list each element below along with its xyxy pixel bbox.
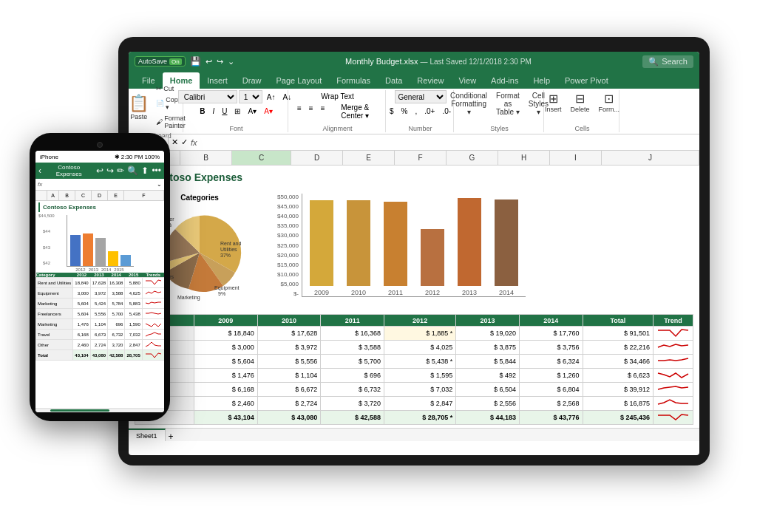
formula-input[interactable]: [200, 138, 696, 147]
phone-formula-bar: fx ⌄: [35, 179, 164, 191]
phone-table-row: Travel6,1686,6736,7327,032: [36, 330, 165, 340]
phone-redo-icon[interactable]: ↪: [106, 166, 114, 176]
align-right-button[interactable]: ≡: [318, 102, 328, 114]
underline-button[interactable]: U: [219, 105, 230, 117]
paste-button[interactable]: 📋 Paste: [129, 92, 152, 122]
phone-formula-input[interactable]: [44, 181, 155, 188]
merge-center-button[interactable]: Merge & Center ▾: [330, 102, 381, 114]
phone-cell-6-c: 3,720: [108, 340, 125, 350]
pie-label-mkt: Marketing: [177, 295, 200, 301]
phone-fx-label: fx: [38, 181, 42, 188]
currency-button[interactable]: $: [387, 105, 397, 117]
cell-0-2011: $ 16,368: [321, 327, 384, 341]
col-header-2013: 2013: [456, 315, 520, 327]
bar-chart-area: 2009 2010 2011: [302, 194, 526, 297]
sheet-tab-1[interactable]: Sheet1: [129, 429, 166, 441]
trend-sparkline-2: [656, 355, 690, 366]
tab-draw[interactable]: Draw: [235, 72, 269, 89]
formula-fx-icon[interactable]: fx: [191, 138, 197, 147]
conditional-formatting-button[interactable]: ConditionalFormatting ▾: [447, 90, 490, 117]
phone-edit-icon[interactable]: ✏: [117, 166, 124, 176]
sheet-title: Contoso Expenses: [135, 168, 693, 185]
formula-confirm-icon[interactable]: ✓: [181, 137, 188, 147]
phone-table-row: Marketing5,6045,4245,7845,883: [36, 299, 165, 309]
col-header-j: J: [602, 151, 699, 165]
cell-2-trend: [654, 355, 693, 369]
align-center-button[interactable]: ≡: [306, 102, 316, 114]
add-sheet-button[interactable]: +: [169, 432, 174, 441]
decimal-increase-button[interactable]: .0+: [421, 105, 438, 117]
tab-formulas[interactable]: Formulas: [329, 72, 378, 89]
phone-cell-4-b: 1,104: [90, 319, 107, 330]
percent-button[interactable]: %: [398, 105, 411, 117]
filename: Monthly Budget.xlsx: [345, 57, 418, 66]
tab-addins[interactable]: Add-ins: [483, 72, 526, 89]
wrap-text-button[interactable]: Wrap Text: [318, 90, 357, 102]
phone-cell-2-d: 5,883: [125, 299, 142, 309]
font-color-button[interactable]: A▾: [261, 105, 276, 117]
increase-font-button[interactable]: A↑: [264, 91, 279, 103]
phone-share-icon[interactable]: ⬆: [141, 166, 149, 176]
format-button[interactable]: ⊡Form...: [596, 90, 623, 115]
pie-chart-title: Categories: [180, 194, 219, 202]
last-saved: —: [421, 58, 430, 66]
border-button[interactable]: ⊞: [231, 105, 243, 117]
clipboard-group: 📋 Paste ✂Cut 📄Copy ▾ 🖌Format Painter Cli…: [132, 90, 183, 132]
phone-back-icon[interactable]: ‹: [38, 166, 41, 176]
delete-button[interactable]: ⊟Delete: [568, 90, 593, 115]
undo-icon[interactable]: ↩: [206, 57, 212, 66]
save-icon[interactable]: 💾: [190, 56, 201, 66]
table-header-row: 2009 2010 2011 2012 2013 2014 Total Tren…: [135, 315, 693, 327]
autosave-label: AutoSave: [138, 58, 167, 65]
redo-icon[interactable]: ↪: [217, 57, 223, 66]
bold-button[interactable]: B: [197, 105, 208, 117]
tab-help[interactable]: Help: [526, 72, 557, 89]
phone-undo-icon[interactable]: ↩: [96, 166, 103, 176]
align-left-button[interactable]: ≡: [294, 102, 305, 114]
format-as-table-button[interactable]: Format asTable ▾: [493, 90, 523, 117]
phone-cell-total-a: 43,104: [73, 350, 90, 361]
phone-table-row: Freelancers5,6045,5565,7005,438: [36, 309, 165, 319]
table-row: $ 3,000 $ 3,972 $ 3,588 $ 4,025 $ 3,875 …: [135, 341, 693, 355]
phone-more-icon[interactable]: •••: [152, 166, 161, 176]
italic-button[interactable]: I: [209, 105, 217, 117]
cell-2-2013: $ 5,844: [456, 355, 520, 369]
search-area[interactable]: 🔍 Search: [642, 55, 693, 68]
tab-insert[interactable]: Insert: [200, 72, 235, 89]
y-label-7: $35,000: [274, 222, 299, 229]
y-label-1: $5,000: [274, 281, 299, 287]
tab-data[interactable]: Data: [378, 72, 410, 89]
insert-button[interactable]: ⊞Insert: [542, 90, 565, 115]
bar-chart-container: $- $5,000 $10,000 $15,000 $20,000 $25,00…: [274, 194, 526, 308]
formula-cancel-icon[interactable]: ✕: [172, 137, 178, 147]
tab-page-layout[interactable]: Page Layout: [268, 72, 329, 89]
search-label: Search: [662, 57, 688, 66]
phone-col-headers: A B C D E F: [35, 191, 164, 201]
phone-excel-toolbar: ‹ Contoso Expenses ↩ ↪ ✏ 🔍 ⬆ •••: [35, 163, 164, 179]
table-row-total: Total $ 43,104 $ 43,080 $ 42,588 $ 28,70…: [135, 411, 693, 425]
cell-5-2013: $ 2,556: [456, 397, 520, 411]
phone-cell-cat-3: Freelancers: [36, 309, 73, 319]
pie-label-equip-pct: 9%: [218, 291, 225, 296]
font-size-select[interactable]: 11: [239, 90, 262, 103]
fill-color-button[interactable]: A▾: [245, 105, 259, 117]
tab-view[interactable]: View: [451, 72, 483, 89]
bar-group-2013: 2013: [458, 198, 481, 296]
comma-button[interactable]: ,: [412, 105, 420, 117]
phone-scrollbar[interactable]: [50, 409, 109, 412]
tab-powerpivot[interactable]: Power Pivot: [557, 72, 616, 89]
number-format-select[interactable]: General: [395, 90, 447, 103]
bar-group-2009: 2009: [310, 200, 333, 296]
cell-1-2012: $ 4,025: [384, 341, 455, 355]
phone-search-phone-icon[interactable]: 🔍: [127, 166, 138, 176]
cell-0-2009: $ 18,840: [194, 327, 258, 341]
phone-camera: [97, 142, 103, 148]
font-name-select[interactable]: Calibri: [178, 90, 237, 103]
phone-table-row: Other2,4602,7243,7202,847: [36, 340, 165, 350]
tab-review[interactable]: Review: [410, 72, 451, 89]
format-painter-button[interactable]: 🖌Format Painter: [153, 113, 189, 131]
customize-icon[interactable]: ⌄: [228, 57, 234, 66]
cell-0-2013: $ 19,020: [456, 327, 520, 341]
cell-0-2012: $ 1,885 *: [384, 327, 455, 341]
phone-formula-chevron[interactable]: ⌄: [157, 181, 162, 188]
